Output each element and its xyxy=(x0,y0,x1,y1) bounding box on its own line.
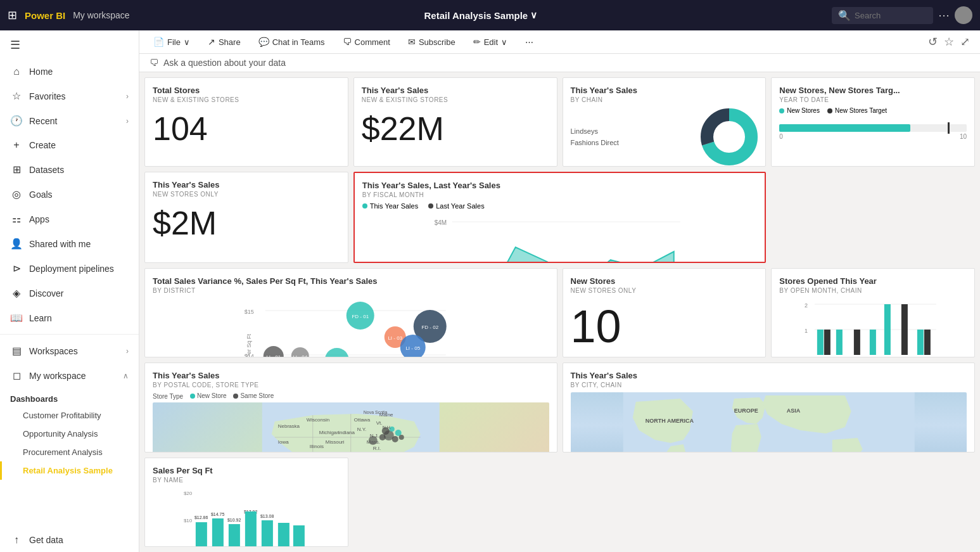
sales-sqft-svg: $20 $10 $0 $12.86 $14.75 $10.92 $17.92 $… xyxy=(153,487,340,547)
tile-new-stores-target[interactable]: New Stores, New Stores Targ... YEAR TO D… xyxy=(771,77,975,167)
avatar[interactable] xyxy=(955,6,972,24)
search-box[interactable]: 🔍 xyxy=(832,7,933,24)
svg-text:FD - 02: FD - 02 xyxy=(421,324,438,330)
sidebar-item-opportunity[interactable]: Opportunity Analysis xyxy=(0,425,139,443)
svg-marker-10 xyxy=(452,247,674,262)
subscribe-button[interactable]: ✉ Subscribe xyxy=(404,34,459,49)
tile-new-stores[interactable]: New Stores NEW STORES ONLY 10 xyxy=(563,268,767,357)
tile-sales-postal[interactable]: This Year's Sales BY POSTAL CODE, STORE … xyxy=(144,363,557,452)
svg-text:2: 2 xyxy=(805,302,808,309)
more-options-button[interactable]: ⋯ xyxy=(938,8,950,22)
svg-rect-127 xyxy=(293,525,305,547)
svg-text:LI - 03: LI - 03 xyxy=(388,335,402,341)
brand-logo: Power BI xyxy=(25,10,65,21)
home-icon: ⌂ xyxy=(10,66,23,77)
file-button[interactable]: 📄 File ∨ xyxy=(150,34,194,49)
svg-rect-58 xyxy=(884,304,891,355)
search-input[interactable] xyxy=(855,11,918,20)
share-icon: ↗ xyxy=(208,37,215,47)
share-button[interactable]: ↗ Share xyxy=(204,34,245,49)
sidebar-item-retail[interactable]: Retail Analysis Sample xyxy=(0,461,139,480)
svg-text:Apr: Apr xyxy=(865,356,874,357)
edit-button[interactable]: ✏ Edit ∨ xyxy=(469,34,511,49)
svg-text:$0: $0 xyxy=(184,545,189,547)
world-map-svg: NORTH AMERICA EUROPE ASIA Pacific Ocean … xyxy=(571,392,967,452)
sidebar-item-procurement[interactable]: Procurement Analysis xyxy=(0,443,139,461)
svg-text:Mar: Mar xyxy=(850,356,859,357)
sidebar-item-datasets[interactable]: ⊞ Datasets xyxy=(0,157,139,182)
svg-text:N.H.: N.H. xyxy=(383,425,391,430)
edit-icon: ✏ xyxy=(473,37,481,47)
workspaces-icon: ▤ xyxy=(10,345,23,357)
sidebar-item-learn[interactable]: 📖 Learn xyxy=(0,305,139,330)
deployment-icon: ⊳ xyxy=(10,262,23,274)
fullscreen-button[interactable]: ⤢ xyxy=(960,35,970,49)
sidebar: ☰ ⌂ Home ☆ Favorites › 🕐 Recent › + Crea… xyxy=(0,30,139,552)
sidebar-item-goals[interactable]: ◎ Goals xyxy=(0,182,139,207)
waffle-icon[interactable]: ⊞ xyxy=(8,8,17,22)
scatter-chart-svg: $15 $14 $13 Sales Per Sq Ft -10% -5% 0% xyxy=(153,298,549,357)
svg-rect-61 xyxy=(924,330,931,355)
tile-this-year-sales-kpi[interactable]: This Year's Sales NEW & EXISTING STORES … xyxy=(353,77,557,167)
tile-scatter-chart[interactable]: Total Sales Variance %, Sales Per Sq Ft,… xyxy=(144,268,557,357)
sidebar-item-apps[interactable]: ⚏ Apps xyxy=(0,207,139,231)
svg-text:Vt.: Vt. xyxy=(376,420,383,426)
workspace-label[interactable]: My workspace xyxy=(73,10,129,20)
tile-sales-city[interactable]: This Year's Sales BY CITY, CHAIN xyxy=(563,363,976,452)
sidebar-item-recent[interactable]: 🕐 Recent › xyxy=(0,108,139,133)
sidebar-item-myworkspace[interactable]: ◻ My workspace ∧ xyxy=(0,363,139,388)
chat-button[interactable]: 💬 Chat in Teams xyxy=(255,34,329,49)
tile-this-year-sales-new[interactable]: This Year's Sales NEW STORES ONLY $2M xyxy=(144,172,348,262)
sidebar-item-discover[interactable]: ◈ Discover xyxy=(0,281,139,305)
comment-icon: 🗨 xyxy=(343,37,352,47)
svg-text:EUROPE: EUROPE xyxy=(734,408,758,414)
sidebar-item-favorites[interactable]: ☆ Favorites › xyxy=(0,84,139,108)
svg-marker-103 xyxy=(730,424,761,452)
sidebar-item-shared[interactable]: 👤 Shared with me xyxy=(0,231,139,256)
sidebar-item-workspaces[interactable]: ▤ Workspaces › xyxy=(0,338,139,363)
comment-button[interactable]: 🗨 Comment xyxy=(339,34,394,49)
search-icon: 🔍 xyxy=(838,10,851,22)
svg-text:Mass.: Mass. xyxy=(367,439,380,445)
tile-line-chart[interactable]: This Year's Sales, Last Year's Sales BY … xyxy=(353,172,767,262)
top-nav: ⊞ Power BI My workspace Retail Analysis … xyxy=(0,0,980,30)
svg-text:LI - 04: LI - 04 xyxy=(293,354,307,357)
sidebar-item-home[interactable]: ⌂ Home xyxy=(0,60,139,84)
star-button[interactable]: ☆ xyxy=(944,35,954,49)
chat-icon: 💬 xyxy=(258,37,269,47)
us-map: Nebraska Iowa Kansas Wisconsin Michigan … xyxy=(153,402,549,453)
ask-icon: 🗨 xyxy=(150,58,158,68)
svg-rect-59 xyxy=(901,304,908,355)
svg-text:$15: $15 xyxy=(245,309,254,315)
ask-bar[interactable]: 🗨 Ask a question about your data xyxy=(139,54,980,72)
more-toolbar-button[interactable]: ⋯ xyxy=(521,35,537,49)
dashboard: Total Stores NEW & EXISTING STORES 104 T… xyxy=(139,72,980,552)
svg-text:Michigan: Michigan xyxy=(319,430,340,435)
tile-total-stores[interactable]: Total Stores NEW & EXISTING STORES 104 xyxy=(144,77,348,167)
svg-text:Iowa: Iowa xyxy=(278,439,289,445)
tile-stores-opened[interactable]: Stores Opened This Year BY OPEN MONTH, C… xyxy=(771,268,975,357)
bullet-legend: New Stores New Stores Target xyxy=(779,107,967,114)
sidebar-item-customer[interactable]: Customer Profitability xyxy=(0,406,139,425)
svg-text:$14.75: $14.75 xyxy=(211,512,225,517)
svg-text:Jun: Jun xyxy=(897,356,905,357)
sidebar-item-deployment[interactable]: ⊳ Deployment pipelines xyxy=(0,256,139,281)
svg-text:Nova Scotia: Nova Scotia xyxy=(364,410,388,414)
svg-text:FD - 01: FD - 01 xyxy=(352,314,369,319)
sidebar-item-create[interactable]: + Create xyxy=(0,133,139,157)
sidebar-item-getdata[interactable]: ↑ Get data xyxy=(0,528,139,552)
svg-text:Jan: Jan xyxy=(818,356,827,357)
svg-rect-124 xyxy=(245,511,257,547)
recent-icon: 🕐 xyxy=(10,115,23,127)
svg-text:LI - 05: LI - 05 xyxy=(405,345,420,351)
svg-text:Nebraska: Nebraska xyxy=(278,423,300,429)
svg-marker-105 xyxy=(832,438,862,452)
hamburger-button[interactable]: ☰ xyxy=(0,30,139,60)
datasets-icon: ⊞ xyxy=(10,164,23,176)
tile-sales-by-chain[interactable]: This Year's Sales BY CHAIN Lindseys Fash… xyxy=(563,77,767,167)
refresh-button[interactable]: ↺ xyxy=(928,35,938,49)
svg-text:$20: $20 xyxy=(184,491,193,496)
us-map-svg: Nebraska Iowa Kansas Wisconsin Michigan … xyxy=(153,402,549,453)
svg-rect-125 xyxy=(262,520,273,547)
tile-sales-sqft[interactable]: Sales Per Sq Ft BY NAME $20 $10 $0 $12.8… xyxy=(144,458,348,547)
